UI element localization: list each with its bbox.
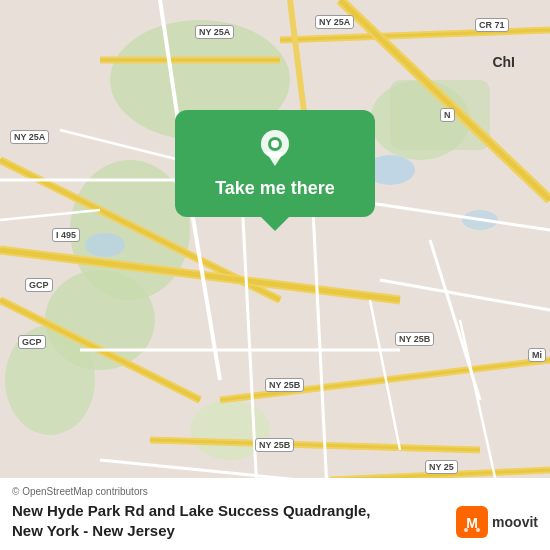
attribution-text: © OpenStreetMap contributors bbox=[12, 486, 148, 497]
location-title-line2: New York - New Jersey bbox=[12, 522, 175, 539]
road-label-ny25b-mid: NY 25B bbox=[265, 378, 304, 392]
road-label-gcp1: GCP bbox=[25, 278, 53, 292]
take-me-there-button[interactable]: Take me there bbox=[215, 178, 335, 199]
map-container: NY 25A NY 25A CR 71 NY 25A N I 495 NY 25… bbox=[0, 0, 550, 550]
moovit-text: moovit bbox=[492, 514, 538, 530]
moovit-icon: M bbox=[456, 506, 488, 538]
road-label-ny25a-left: NY 25A bbox=[10, 130, 49, 144]
svg-point-51 bbox=[476, 528, 480, 532]
road-label-mi: Mi bbox=[528, 348, 546, 362]
attribution: © OpenStreetMap contributors bbox=[12, 486, 538, 497]
svg-text:M: M bbox=[466, 515, 478, 531]
location-title-line1: New Hyde Park Rd and Lake Success Quadra… bbox=[12, 502, 370, 519]
road-label-ny25a-top2: NY 25A bbox=[315, 15, 354, 29]
road-label-n: N bbox=[440, 108, 455, 122]
moovit-logo: M moovit bbox=[456, 506, 538, 538]
location-pin-icon bbox=[255, 128, 295, 168]
svg-point-47 bbox=[271, 140, 279, 148]
map-svg bbox=[0, 0, 550, 550]
chi-label: ChI bbox=[492, 54, 515, 70]
road-label-gcp2: GCP bbox=[18, 335, 46, 349]
info-bar: © OpenStreetMap contributors New Hyde Pa… bbox=[0, 478, 550, 550]
road-label-ny25b-bot: NY 25B bbox=[255, 438, 294, 452]
svg-point-50 bbox=[464, 528, 468, 532]
road-label-i495: I 495 bbox=[52, 228, 80, 242]
road-label-ny25b-right: NY 25B bbox=[395, 332, 434, 346]
take-me-there-card[interactable]: Take me there bbox=[175, 110, 375, 217]
svg-marker-46 bbox=[266, 152, 284, 166]
svg-point-8 bbox=[85, 233, 125, 257]
road-label-ny25a-top: NY 25A bbox=[195, 25, 234, 39]
road-label-ny25: NY 25 bbox=[425, 460, 458, 474]
road-label-cr71: CR 71 bbox=[475, 18, 509, 32]
